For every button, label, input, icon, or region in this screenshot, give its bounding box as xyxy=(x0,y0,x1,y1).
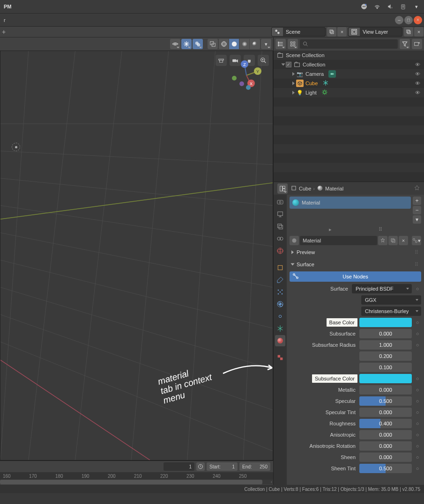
overlay-dropdown[interactable] xyxy=(193,39,203,49)
light-data-icon[interactable] xyxy=(321,89,328,96)
tab-scene[interactable] xyxy=(275,233,285,244)
shading-lookdev[interactable] xyxy=(239,39,250,49)
battery-icon[interactable] xyxy=(400,3,407,10)
input-socket[interactable]: ○ xyxy=(414,342,421,348)
tab-world[interactable] xyxy=(275,245,285,256)
material-unlink[interactable]: × xyxy=(399,236,408,245)
eye-icon[interactable]: 👁 xyxy=(415,62,420,67)
xray-toggle[interactable] xyxy=(208,39,218,49)
input-socket[interactable]: ○ xyxy=(414,432,421,438)
tab-physics[interactable] xyxy=(275,299,285,310)
visibility-dropdown[interactable] xyxy=(170,39,180,49)
tab-modifiers[interactable] xyxy=(275,274,285,285)
mesh-data-icon[interactable] xyxy=(322,80,329,87)
material-name-field[interactable]: Material xyxy=(300,236,377,245)
material-fake-user[interactable] xyxy=(378,236,387,245)
input-socket[interactable]: ○ xyxy=(414,376,421,381)
outliner-scene-collection[interactable]: Scene Collection xyxy=(274,51,424,60)
tab-render[interactable] xyxy=(275,197,285,208)
shading-wireframe[interactable] xyxy=(219,39,229,49)
navigation-gizmo[interactable]: Z Y X xyxy=(230,58,263,92)
tab-output[interactable] xyxy=(275,209,285,220)
input-socket[interactable]: ○ xyxy=(414,320,421,325)
tab-viewlayer[interactable] xyxy=(275,221,285,232)
prop-value[interactable]: 0.400 xyxy=(359,419,412,428)
prop-value[interactable]: 0.500 xyxy=(359,396,412,406)
material-browse[interactable] xyxy=(290,236,299,245)
outliner-filter[interactable] xyxy=(400,39,410,49)
current-frame-field[interactable]: 1 xyxy=(164,462,194,471)
viewlayer-browse-icon[interactable] xyxy=(349,28,360,36)
input-socket[interactable]: ○ xyxy=(414,286,421,292)
delete-scene-button[interactable]: × xyxy=(337,27,347,37)
eye-icon[interactable]: 👁 xyxy=(415,90,420,95)
light-object-icon[interactable] xyxy=(12,143,20,151)
outliner-display-mode[interactable] xyxy=(288,39,298,49)
tab-material[interactable] xyxy=(275,335,285,346)
panel-surface[interactable]: Surface⠿ xyxy=(290,259,421,270)
eye-icon[interactable]: 👁 xyxy=(415,80,420,86)
new-scene-button[interactable] xyxy=(327,27,336,37)
add-workspace-button[interactable]: + xyxy=(0,28,270,36)
outliner-search[interactable] xyxy=(300,39,398,49)
prop-value[interactable]: 0.000 xyxy=(359,408,412,417)
prop-value[interactable]: 0.100 xyxy=(359,363,412,372)
add-material-slot[interactable]: + xyxy=(413,197,421,205)
eye-icon[interactable]: 👁 xyxy=(415,71,420,77)
outliner-collection[interactable]: ✓ Collection 👁 xyxy=(274,60,424,69)
shading-options[interactable]: ▾ xyxy=(261,39,271,49)
color-swatch[interactable] xyxy=(359,374,412,383)
minimize-button[interactable]: – xyxy=(395,16,403,24)
scene-name[interactable]: Scene xyxy=(283,29,325,35)
chevron-down-icon[interactable]: ▾ xyxy=(413,3,420,10)
material-slot-expand[interactable]: ▸⠿ xyxy=(290,226,421,233)
material-slot[interactable]: Material xyxy=(290,197,411,209)
tab-particles[interactable] xyxy=(275,286,285,298)
prop-value[interactable]: 0.000 xyxy=(359,453,412,462)
shading-solid[interactable] xyxy=(229,39,239,49)
tab-mesh[interactable] xyxy=(275,323,285,334)
camera-view-button[interactable] xyxy=(216,55,227,66)
scene-browse-icon[interactable] xyxy=(272,28,283,36)
outliner-editor-type[interactable] xyxy=(275,39,286,49)
discord-icon[interactable] xyxy=(360,3,368,10)
input-socket[interactable]: ○ xyxy=(414,398,421,404)
volume-icon[interactable]: x xyxy=(387,3,394,10)
remove-material-slot[interactable]: − xyxy=(413,206,421,214)
panel-preview[interactable]: Preview⠿ xyxy=(290,247,421,257)
prop-value[interactable]: 0.000 xyxy=(359,329,412,338)
timeline-ruler[interactable]: 160170180190200210220230240250 xyxy=(0,472,273,480)
delete-viewlayer-button[interactable]: × xyxy=(414,27,424,37)
input-socket[interactable]: ○ xyxy=(414,421,421,426)
gizmo-dropdown[interactable] xyxy=(181,39,192,49)
input-socket[interactable] xyxy=(414,353,421,359)
timeline-scrollbar[interactable]: ‹ xyxy=(0,480,273,484)
surface-shader-select[interactable]: Principled BSDF xyxy=(352,284,412,293)
outliner-item-light[interactable]: 💡 Light 👁 xyxy=(274,88,424,97)
tab-object[interactable] xyxy=(275,262,285,273)
outliner-item-camera[interactable]: 📷 Camera 👁 xyxy=(274,69,424,79)
wifi-icon[interactable] xyxy=(373,3,381,10)
material-copy[interactable] xyxy=(388,236,398,245)
input-socket[interactable]: ○ xyxy=(414,466,421,471)
prop-value[interactable]: 0.200 xyxy=(359,351,412,361)
input-socket[interactable]: ○ xyxy=(414,409,421,415)
sss-method-select[interactable]: Christensen-Burley xyxy=(361,307,421,316)
input-socket[interactable]: ○ xyxy=(414,454,421,460)
shading-rendered[interactable] xyxy=(250,39,260,49)
input-socket[interactable]: ○ xyxy=(414,443,421,449)
auto-key-button[interactable] xyxy=(196,462,205,471)
input-socket[interactable]: ○ xyxy=(414,331,421,336)
camera-data-icon[interactable] xyxy=(328,70,336,78)
viewlayer-name[interactable]: View Layer xyxy=(360,29,402,35)
pin-icon[interactable] xyxy=(414,185,420,192)
color-swatch[interactable] xyxy=(359,318,412,327)
outliner-item-cube[interactable]: Cube 👁 xyxy=(274,79,424,88)
prop-value[interactable]: 0.000 xyxy=(359,430,412,439)
start-frame-field[interactable]: Start:1 xyxy=(207,462,238,471)
distribution-select[interactable]: GGX xyxy=(361,295,421,305)
input-socket[interactable]: ○ xyxy=(414,387,421,393)
outliner-new-collection[interactable] xyxy=(412,39,422,49)
end-frame-field[interactable]: End:250 xyxy=(239,462,270,471)
new-viewlayer-button[interactable] xyxy=(404,27,413,37)
